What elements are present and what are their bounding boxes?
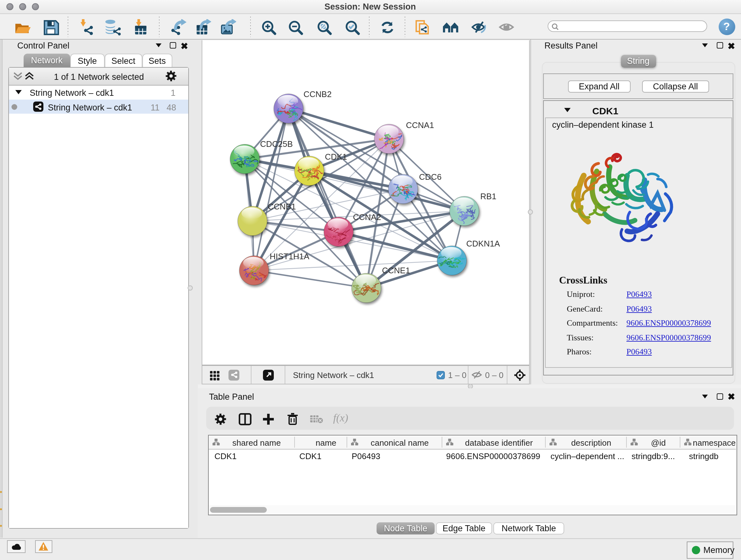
svg-text:HIST1H1A: HIST1H1A (269, 252, 309, 261)
svg-text:CDK1: CDK1 (325, 152, 347, 162)
svg-text:CCNB1: CCNB1 (267, 202, 295, 211)
svg-text:CDKN1A: CDKN1A (466, 239, 500, 248)
svg-text:CDC25B: CDC25B (260, 139, 293, 149)
svg-text:CCNA2: CCNA2 (353, 212, 381, 222)
svg-text:CCNE1: CCNE1 (382, 266, 410, 275)
svg-text:RB1: RB1 (480, 192, 496, 201)
svg-text:CCNB2: CCNB2 (303, 89, 331, 99)
svg-text:CCNA1: CCNA1 (406, 120, 434, 130)
svg-text:CDC6: CDC6 (419, 172, 441, 182)
